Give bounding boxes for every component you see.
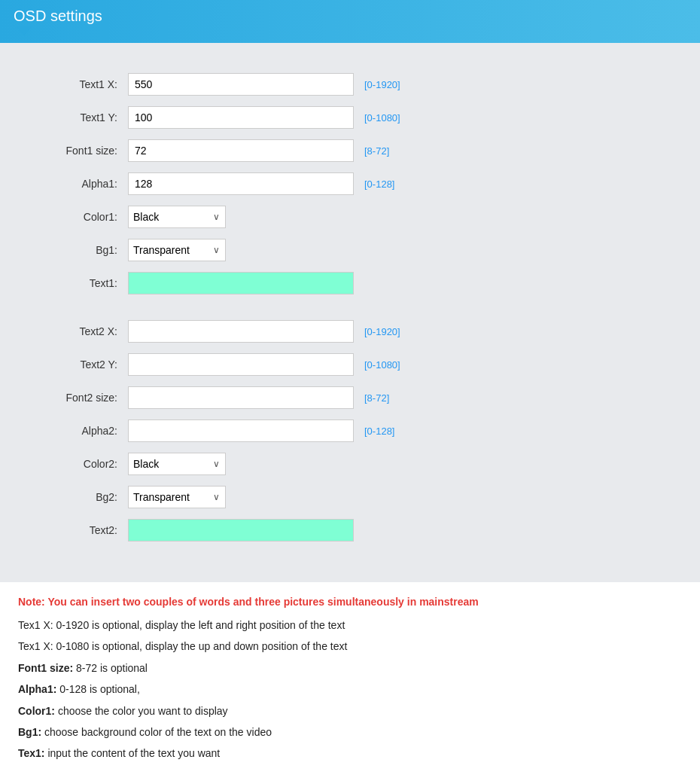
alpha1-input[interactable]: [128, 172, 354, 195]
text2y-row: Text2 Y: [0-1080]: [30, 353, 670, 376]
page-header: OSD settings: [0, 0, 700, 43]
alpha2-input[interactable]: [128, 419, 354, 442]
note-line3: Font1 size: 8-72 is optional: [18, 660, 682, 676]
section1-form: Text1 X: [0-1920] Text1 Y: [0-1080] Font…: [0, 66, 700, 567]
color2-label: Color2:: [30, 458, 128, 470]
text2y-label: Text2 Y:: [30, 358, 128, 371]
color2-row: Color2: Black White Red Green Blue Yello…: [30, 453, 670, 475]
font1size-row: Font1 size: [8-72]: [30, 139, 670, 162]
text1y-label: Text1 Y:: [30, 111, 128, 124]
note-line3-label: Font1 size:: [18, 662, 73, 674]
bg2-label: Bg2:: [30, 491, 128, 503]
note-line7-label: Tex1:: [18, 747, 45, 759]
text2x-label: Text2 X:: [30, 325, 128, 337]
note-line7: Tex1: input the content of the text you …: [18, 745, 682, 761]
font2size-input[interactable]: [128, 386, 354, 409]
text1-row: Text1:: [30, 272, 670, 294]
notes-section: Note: You can insert two couples of word…: [0, 582, 700, 784]
color2-select[interactable]: Black White Red Green Blue Yellow: [128, 453, 226, 475]
bg2-select-wrapper: Transparent Black White Red Green Blue: [128, 486, 226, 508]
main-content: Text1 X: [0-1920] Text1 Y: [0-1080] Font…: [0, 43, 700, 582]
note-line6-text: choose background color of the text on t…: [41, 726, 272, 738]
text1-label: Text1:: [30, 277, 128, 289]
color2-select-wrapper: Black White Red Green Blue Yellow: [128, 453, 226, 475]
color1-select[interactable]: Black White Red Green Blue Yellow: [128, 206, 226, 228]
text2x-input[interactable]: [128, 320, 354, 343]
alpha1-label: Alpha1:: [30, 178, 128, 190]
alpha2-row: Alpha2: [0-128]: [30, 419, 670, 442]
alpha2-range: [0-128]: [364, 426, 394, 437]
font2size-label: Font2 size:: [30, 392, 128, 404]
text1x-row: Text1 X: [0-1920]: [30, 73, 670, 96]
text2y-input[interactable]: [128, 353, 354, 376]
font1size-range: [8-72]: [364, 145, 389, 157]
text2-label: Text2:: [30, 524, 128, 536]
note-line5: Color1: choose the color you want to dis…: [18, 703, 682, 719]
text1x-range: [0-1920]: [364, 79, 400, 90]
note-line2: Tex1 X: 0-1080 is optional, display the …: [18, 638, 682, 654]
font1size-input[interactable]: [128, 139, 354, 162]
note-line4-label: Alpha1:: [18, 683, 56, 695]
text2x-row: Text2 X: [0-1920]: [30, 320, 670, 343]
alpha1-range: [0-128]: [364, 178, 394, 190]
note-title: Note: You can insert two couples of word…: [18, 596, 682, 608]
bg2-select[interactable]: Transparent Black White Red Green Blue: [128, 486, 226, 508]
note-line3-text: 8-72 is optional: [73, 662, 148, 674]
note-line6: Bg1: choose background color of the text…: [18, 724, 682, 740]
font2size-row: Font2 size: [8-72]: [30, 386, 670, 409]
text2y-range: [0-1080]: [364, 359, 400, 371]
alpha2-label: Alpha2:: [30, 425, 128, 437]
text1y-row: Text1 Y: [0-1080]: [30, 106, 670, 129]
section-divider: [30, 305, 670, 320]
bg1-select[interactable]: Transparent Black White Red Green Blue: [128, 239, 226, 261]
note-line5-label: Color1:: [18, 705, 55, 717]
text2-row: Text2:: [30, 519, 670, 541]
page-title: OSD settings: [14, 8, 102, 25]
font2size-range: [8-72]: [364, 392, 389, 404]
text2x-range: [0-1920]: [364, 326, 400, 337]
note-line5-text: choose the color you want to display: [55, 705, 228, 717]
text1x-input[interactable]: [128, 73, 354, 96]
color1-label: Color1:: [30, 211, 128, 223]
bg2-row: Bg2: Transparent Black White Red Green B…: [30, 486, 670, 508]
note-line7-text: input the content of the text you want: [45, 747, 221, 759]
note-line1: Tex1 X: 0-1920 is optional, display the …: [18, 617, 682, 633]
color1-select-wrapper: Black White Red Green Blue Yellow: [128, 206, 226, 228]
alpha1-row: Alpha1: [0-128]: [30, 172, 670, 195]
color1-row: Color1: Black White Red Green Blue Yello…: [30, 206, 670, 228]
note-line4-text: 0-128 is optional,: [56, 683, 140, 695]
header-arrow-icon: [17, 26, 32, 35]
bg1-row: Bg1: Transparent Black White Red Green B…: [30, 239, 670, 261]
note-line6-label: Bg1:: [18, 726, 41, 738]
bg1-select-wrapper: Transparent Black White Red Green Blue: [128, 239, 226, 261]
text2-input[interactable]: [128, 519, 354, 541]
bg1-label: Bg1:: [30, 244, 128, 256]
text1y-range: [0-1080]: [364, 112, 400, 124]
note-line4: Alpha1: 0-128 is optional,: [18, 681, 682, 697]
text1-input[interactable]: [128, 272, 354, 294]
text1y-input[interactable]: [128, 106, 354, 129]
font1size-label: Font1 size:: [30, 145, 128, 157]
text1x-label: Text1 X:: [30, 78, 128, 90]
